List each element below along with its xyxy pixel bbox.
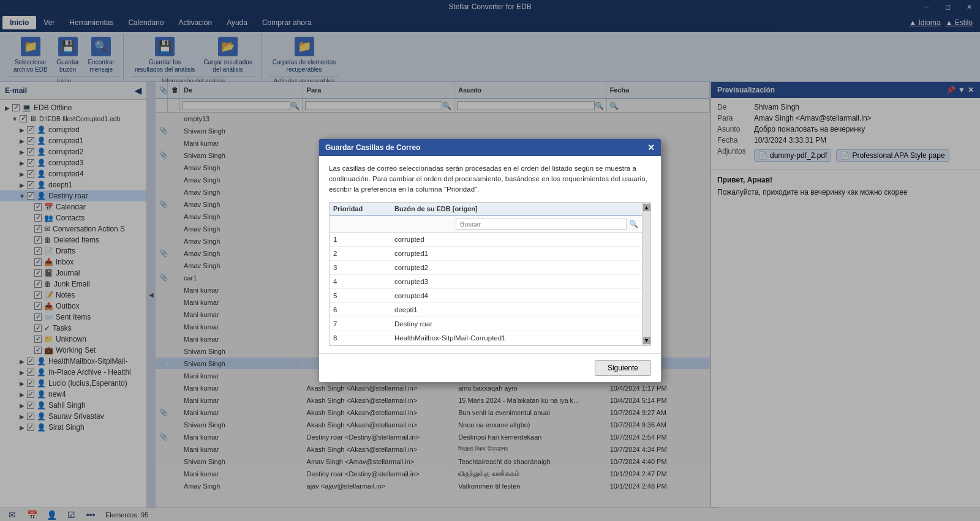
scroll-up-arrow[interactable]: ▲ [643,204,650,211]
modal-col-mailbox: Buzón de su EDB [origen] [394,205,638,212]
modal-row[interactable]: 3 corrupted2 [330,261,642,275]
modal-mailbox: corrupted1 [394,250,638,257]
modal-footer: Siguiente [319,353,661,382]
modal-search-icon: 🔍 [629,220,638,228]
modal-col-priority: Prioridad [333,205,394,212]
modal-title-bar: Guardar Casillas de Correo ✕ [319,139,661,156]
modal-row[interactable]: 1 corrupted [330,233,642,247]
modal-table-header: Prioridad Buzón de su EDB [origen] [330,203,642,216]
modal-priority: 3 [333,264,394,271]
modal-close-button[interactable]: ✕ [647,143,655,152]
modal-row[interactable]: 7 Destiny roar [330,317,642,331]
modal-row[interactable]: 6 deepti1 [330,303,642,317]
modal-title: Guardar Casillas de Correo [325,143,420,152]
modal-priority: 7 [333,320,394,328]
modal-priority: 8 [333,334,394,342]
modal-priority: 5 [333,292,394,299]
modal-description: Las casillas de correo seleccionadas ser… [329,163,651,195]
modal-mailbox: Destiny roar [394,320,638,328]
modal-row[interactable]: 2 corrupted1 [330,247,642,261]
modal-row[interactable]: 5 corrupted4 [330,289,642,303]
modal-mailbox: deepti1 [394,306,638,313]
modal-priority: 4 [333,278,394,285]
modal-row[interactable]: 8 HealthMailbox-SitplMail-Corrupted1 [330,331,642,345]
modal-mailbox: HealthMailbox-SitplMail-Corrupted1 [394,334,638,342]
modal-body: Las casillas de correo seleccionadas ser… [319,156,661,354]
modal-dialog: Guardar Casillas de Correo ✕ Las casilla… [318,138,662,383]
modal-overlay: Guardar Casillas de Correo ✕ Las casilla… [0,0,980,521]
modal-mailbox: corrupted [394,236,638,243]
modal-search-row: 🔍 [330,216,642,233]
modal-search-input[interactable] [456,219,627,230]
modal-mailbox: corrupted2 [394,264,638,271]
modal-priority: 2 [333,250,394,257]
modal-mailbox: corrupted3 [394,278,638,285]
modal-priority: 6 [333,306,394,313]
modal-priority: 1 [333,236,394,243]
next-button[interactable]: Siguiente [595,360,651,376]
modal-mailbox: corrupted4 [394,292,638,299]
scroll-down-arrow[interactable]: ▼ [643,337,650,344]
modal-scrollbar[interactable]: ▲ ▼ [642,203,650,345]
modal-row[interactable]: 4 corrupted3 [330,275,642,289]
modal-rows[interactable]: 1 corrupted 2 corrupted1 3 corrupted2 [330,233,642,345]
